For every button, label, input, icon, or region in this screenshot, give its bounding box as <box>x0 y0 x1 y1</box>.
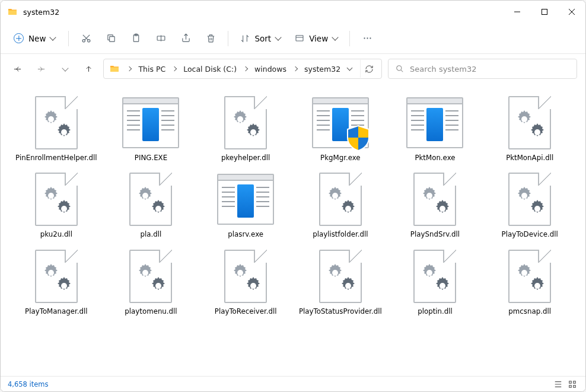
details-view-toggle[interactable] <box>552 380 564 389</box>
search-input[interactable] <box>410 65 569 74</box>
svg-rect-26 <box>569 385 572 387</box>
file-item[interactable]: PlayToDevice.dll <box>482 166 577 243</box>
sort-label: Sort <box>254 34 271 43</box>
divider <box>349 31 350 46</box>
file-icon <box>312 248 369 305</box>
divider <box>228 31 228 46</box>
file-item[interactable]: playtomenu.dll <box>104 243 199 320</box>
refresh-button[interactable] <box>360 60 378 78</box>
svg-point-18 <box>370 37 371 39</box>
file-name: playtomenu.dll <box>125 307 177 316</box>
file-name: PlayToReceiver.dll <box>215 307 277 316</box>
file-icon <box>312 94 369 151</box>
plus-icon <box>14 33 24 43</box>
file-item[interactable]: PlayToStatusProvider.dll <box>293 243 388 320</box>
file-item[interactable]: PING.EXE <box>104 90 199 166</box>
file-item[interactable]: pla.dll <box>104 166 199 243</box>
svg-line-20 <box>401 70 403 72</box>
chevron-down-icon <box>332 34 339 40</box>
file-item[interactable]: pmcsnap.dll <box>482 243 577 320</box>
close-button[interactable] <box>558 1 585 23</box>
window-title: system32 <box>23 8 59 17</box>
folder-icon <box>8 7 17 17</box>
search-box[interactable] <box>388 59 577 79</box>
file-item[interactable]: ploptin.dll <box>388 243 483 320</box>
chevron-right-icon <box>127 66 132 71</box>
breadcrumb[interactable]: windows <box>252 62 289 76</box>
up-button[interactable] <box>80 59 98 78</box>
svg-rect-14 <box>296 35 303 40</box>
file-name: ploptin.dll <box>418 307 453 316</box>
breadcrumb[interactable]: This PC <box>136 62 168 76</box>
new-button[interactable]: New <box>7 30 62 47</box>
folder-icon <box>110 64 119 74</box>
svg-point-16 <box>364 37 365 39</box>
file-item[interactable]: PktMon.exe <box>388 90 483 166</box>
file-name: PkgMgr.exe <box>320 154 361 162</box>
file-name: PlayToDevice.dll <box>502 230 558 239</box>
file-name: PktMonApi.dll <box>506 154 553 162</box>
svg-rect-8 <box>110 37 115 42</box>
file-icon <box>406 94 463 151</box>
file-name: pku2u.dll <box>40 230 72 239</box>
file-name: plasrv.exe <box>228 230 263 239</box>
back-button[interactable] <box>9 59 27 78</box>
file-item[interactable]: PlayToManager.dll <box>9 243 104 320</box>
breadcrumb[interactable]: system32 <box>302 62 343 76</box>
address-bar[interactable]: This PC Local Disk (C:) windows system32 <box>103 59 382 79</box>
titlebar: system32 <box>1 1 585 23</box>
recent-locations-button[interactable] <box>56 59 74 78</box>
more-button[interactable] <box>356 27 378 50</box>
file-icon <box>28 248 85 305</box>
file-item[interactable]: plasrv.exe <box>198 166 293 243</box>
search-icon <box>396 65 404 73</box>
toolbar: New Sort View <box>1 23 585 54</box>
navigation-row: This PC Local Disk (C:) windows system32 <box>1 54 585 84</box>
breadcrumb[interactable]: Local Disk (C:) <box>181 62 239 76</box>
share-button[interactable] <box>174 27 197 50</box>
file-icon <box>501 171 558 228</box>
file-item[interactable]: PlayToReceiver.dll <box>198 243 293 320</box>
file-icon <box>312 171 369 228</box>
view-button[interactable]: View <box>289 30 343 47</box>
item-count: 4,658 items <box>8 380 49 388</box>
icons-view-toggle[interactable] <box>566 380 578 389</box>
chevron-down-icon <box>275 34 281 40</box>
file-name: pla.dll <box>141 230 162 239</box>
delete-button[interactable] <box>199 27 222 50</box>
chevron-down-icon[interactable] <box>347 65 353 71</box>
svg-point-17 <box>367 37 368 39</box>
status-bar: 4,658 items <box>1 376 585 391</box>
forward-button[interactable] <box>33 59 50 78</box>
file-item[interactable]: PktMonApi.dll <box>482 90 577 166</box>
file-icon <box>217 248 274 305</box>
file-name: PlayToStatusProvider.dll <box>299 307 382 316</box>
chevron-right-icon <box>243 66 248 71</box>
file-icon <box>122 248 179 305</box>
file-item[interactable]: PkgMgr.exe <box>293 90 388 166</box>
svg-rect-1 <box>542 9 547 15</box>
svg-rect-27 <box>574 385 576 387</box>
view-label: View <box>309 34 328 43</box>
chevron-down-icon <box>50 34 56 40</box>
file-name: PktMon.exe <box>415 154 455 162</box>
file-item[interactable]: pku2u.dll <box>9 166 104 243</box>
divider <box>68 31 69 46</box>
chevron-right-icon <box>293 66 298 71</box>
rename-button[interactable] <box>149 27 172 50</box>
file-item[interactable]: PinEnrollmentHelper.dll <box>9 90 104 166</box>
file-name: PING.EXE <box>135 154 167 162</box>
minimize-button[interactable] <box>504 1 531 23</box>
file-icon <box>122 171 179 228</box>
sort-button[interactable]: Sort <box>234 30 286 47</box>
file-item[interactable]: playlistfolder.dll <box>293 166 388 243</box>
file-icon <box>217 94 274 151</box>
file-item[interactable]: PlaySndSrv.dll <box>388 166 483 243</box>
chevron-right-icon <box>172 66 177 71</box>
svg-rect-24 <box>569 381 572 383</box>
paste-button[interactable] <box>125 27 147 50</box>
maximize-button[interactable] <box>531 1 558 23</box>
cut-button[interactable] <box>75 27 97 50</box>
file-item[interactable]: pkeyhelper.dll <box>198 90 293 166</box>
copy-button[interactable] <box>100 27 122 50</box>
